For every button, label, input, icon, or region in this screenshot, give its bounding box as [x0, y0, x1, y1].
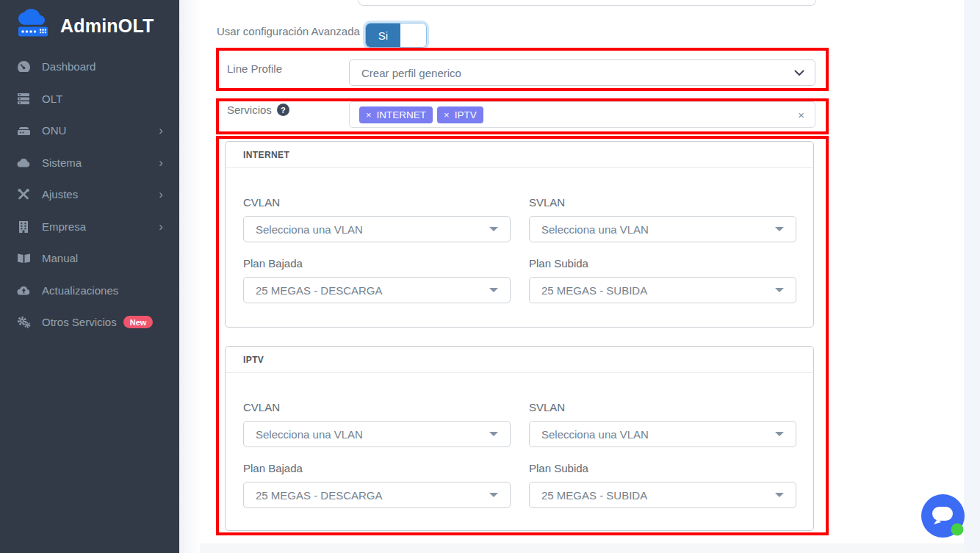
sidebar-item-label: Ajustes [42, 188, 78, 200]
chevron-right-icon: › [159, 220, 163, 233]
plan-bajada-label: Plan Bajada [243, 257, 511, 270]
internet-panel: INTERNET CVLAN Selecciona una VLAN SVLAN… [225, 141, 814, 328]
tag-internet[interactable]: × INTERNET [359, 106, 433, 123]
clear-all-icon[interactable]: × [798, 109, 804, 121]
app-screen: AdminOLT Dashboard OLT ONU › [0, 0, 980, 553]
sidebar-item-sistema[interactable]: Sistema › [0, 147, 179, 179]
help-circle-icon[interactable]: ? [277, 104, 289, 116]
tag-label: IPTV [455, 109, 477, 120]
field-svlan: SVLAN Selecciona una VLAN [529, 196, 796, 242]
svlan-placeholder: Selecciona una VLAN [541, 223, 775, 236]
sidebar-item-label: ONU [42, 124, 66, 137]
iptv-panel-header: IPTV [226, 347, 813, 373]
truncated-field-above[interactable] [358, 0, 816, 6]
plan-bajada-label: Plan Bajada [243, 462, 511, 474]
panel-title: INTERNET [243, 150, 289, 160]
brand-name: AdminOLT [60, 15, 154, 37]
sidebar-nav: Dashboard OLT ONU › Sistema [0, 51, 179, 339]
sidebar-item-label: Empresa [42, 220, 86, 233]
line-profile-selected-value: Crear perfil generico [361, 67, 794, 79]
caret-down-icon [775, 493, 784, 497]
svlan-select[interactable]: Selecciona una VLAN [529, 216, 796, 242]
sidebar-item-label: Manual [42, 252, 78, 264]
content-left-shadow [179, 0, 200, 553]
plan-subida-label: Plan Subida [529, 257, 796, 270]
field-plan-bajada: Plan Bajada 25 MEGAS - DESCARGA [243, 462, 511, 508]
tag-iptv[interactable]: × IPTV [437, 106, 483, 123]
chevron-right-icon: › [159, 156, 163, 169]
sidebar-item-label: OLT [42, 93, 62, 105]
internet-panel-header: INTERNET [226, 142, 813, 168]
svlan-label: SVLAN [529, 401, 796, 413]
building-icon [16, 220, 31, 233]
gauge-icon [16, 60, 31, 73]
cloud-upload-icon [16, 284, 31, 297]
brand-logo[interactable]: AdminOLT [0, 0, 179, 51]
tools-icon [16, 188, 31, 200]
servicios-multiselect[interactable]: × INTERNET × IPTV × [349, 101, 815, 128]
remove-tag-icon[interactable]: × [366, 109, 372, 120]
svlan-select[interactable]: Selecciona una VLAN [529, 421, 796, 447]
book-icon [16, 252, 31, 264]
caret-down-icon [489, 227, 498, 231]
page-bottom-gutter [200, 543, 964, 553]
sidebar-item-ajustes[interactable]: Ajustes › [0, 178, 179, 211]
cvlan-select[interactable]: Selecciona una VLAN [243, 421, 511, 447]
sidebar-item-manual[interactable]: Manual [0, 242, 179, 275]
new-badge: New [123, 316, 154, 328]
sidebar-item-label: Actualizaciones [42, 284, 118, 297]
server-stack-icon [16, 93, 31, 105]
caret-down-icon [489, 288, 498, 292]
caret-down-icon [775, 227, 784, 231]
servicios-label-group: Servicios ? [227, 104, 289, 116]
advanced-config-toggle[interactable]: Si [365, 23, 427, 48]
plan-bajada-value: 25 MEGAS - DESCARGA [256, 489, 489, 502]
plan-bajada-select[interactable]: 25 MEGAS - DESCARGA [243, 482, 511, 508]
chevron-right-icon: › [159, 188, 163, 200]
field-svlan: SVLAN Selecciona una VLAN [529, 401, 796, 447]
plan-subida-label: Plan Subida [529, 462, 796, 474]
sidebar-item-label: Dashboard [42, 60, 96, 73]
plan-subida-value: 25 MEGAS - SUBIDA [541, 489, 775, 502]
svlan-placeholder: Selecciona una VLAN [541, 428, 775, 441]
cvlan-placeholder: Selecciona una VLAN [256, 223, 489, 236]
field-cvlan: CVLAN Selecciona una VLAN [243, 401, 511, 447]
sidebar-item-empresa[interactable]: Empresa › [0, 211, 179, 243]
cvlan-placeholder: Selecciona una VLAN [256, 428, 489, 441]
internet-panel-body: CVLAN Selecciona una VLAN SVLAN Seleccio… [226, 168, 813, 303]
sidebar-item-olt[interactable]: OLT [0, 83, 179, 115]
caret-down-icon [775, 288, 784, 292]
chat-widget-button[interactable] [921, 494, 965, 538]
field-cvlan: CVLAN Selecciona una VLAN [243, 196, 511, 242]
page-right-gutter [964, 0, 980, 553]
caret-down-icon [489, 432, 498, 436]
cvlan-label: CVLAN [243, 196, 511, 209]
iptv-panel: IPTV CVLAN Selecciona una VLAN SVLAN Sel… [225, 346, 814, 531]
sidebar-item-onu[interactable]: ONU › [0, 115, 179, 147]
field-plan-subida: Plan Subida 25 MEGAS - SUBIDA [529, 257, 796, 303]
field-plan-subida: Plan Subida 25 MEGAS - SUBIDA [529, 462, 796, 508]
cvlan-select[interactable]: Selecciona una VLAN [243, 216, 511, 242]
line-profile-select[interactable]: Crear perfil generico [349, 59, 815, 86]
caret-down-icon [489, 493, 498, 497]
chevron-right-icon: › [159, 124, 163, 137]
sidebar-item-otros-servicios[interactable]: Otros Servicios New [0, 306, 179, 339]
sidebar-item-label: Sistema [42, 156, 82, 169]
sidebar-item-dashboard[interactable]: Dashboard [0, 51, 179, 83]
plan-subida-select[interactable]: 25 MEGAS - SUBIDA [529, 277, 796, 303]
field-plan-bajada: Plan Bajada 25 MEGAS - DESCARGA [243, 257, 511, 303]
svlan-label: SVLAN [529, 196, 796, 209]
adminolt-logo-icon [15, 9, 53, 43]
cvlan-label: CVLAN [243, 401, 511, 413]
chevron-down-icon [794, 66, 804, 79]
line-profile-label: Line Profile [227, 62, 282, 75]
plan-bajada-select[interactable]: 25 MEGAS - DESCARGA [243, 277, 511, 303]
advanced-config-label: Usar configuración Avanzada [217, 25, 360, 37]
plan-subida-select[interactable]: 25 MEGAS - SUBIDA [529, 482, 796, 508]
toggle-off-state [400, 24, 426, 47]
sidebar-item-actualizaciones[interactable]: Actualizaciones [0, 275, 179, 307]
panel-title: IPTV [243, 355, 264, 365]
remove-tag-icon[interactable]: × [444, 109, 450, 120]
cloud-icon [16, 156, 31, 169]
servicios-label: Servicios [227, 104, 272, 116]
